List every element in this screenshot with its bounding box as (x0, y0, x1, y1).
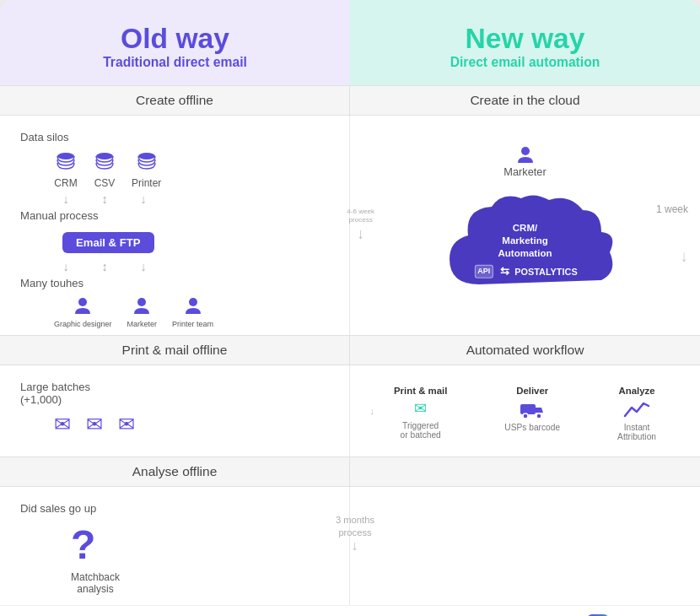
large-batches-label: Large batches (+1,000) (20, 381, 329, 406)
new-way-title: New way (367, 24, 683, 55)
printer-icon (135, 150, 159, 174)
new-way-header: New way Direct email automation (350, 0, 700, 85)
graphic-designer-icon: Graphic designer (54, 296, 112, 328)
wf2-sub: USPs barcode (504, 423, 560, 432)
cloud-container: CRM/MarketingAutomation API ⇆ POSTALYTIC… (433, 192, 618, 310)
marketer-label-old: Marketer (127, 320, 158, 328)
old-way-title: Old way (17, 24, 333, 55)
mail-teal-icon: ✉ (414, 399, 427, 418)
marketer-new-label: Marketer (503, 165, 547, 178)
marketer-person-icon (515, 145, 536, 165)
graphic-designer-label: Graphic designer (54, 320, 112, 328)
crm-icon-item: CRM (54, 150, 78, 189)
printer-label: Printer (132, 177, 161, 189)
printer-team-icon: Printer team (172, 296, 213, 328)
section1-content: Data silos CRM (0, 116, 700, 335)
section3-headers: Analyse offline (0, 457, 700, 487)
wf2-title: Deliver (516, 386, 548, 396)
old-section2-label: Print & mail offline (0, 336, 350, 365)
main-card: Old way Traditional direct email New way… (0, 0, 700, 616)
svg-point-2 (138, 153, 155, 159)
envelope-icon-2: ✉ (86, 413, 103, 436)
section2-content: Large batches (+1,000) ✉ ✉ ✉ ↓ Print & m… (0, 365, 700, 457)
header-row: Old way Traditional direct email New way… (0, 0, 700, 85)
workflow-analyze: Analyze Instant Attribution (617, 386, 656, 441)
svg-point-4 (137, 298, 146, 306)
section3-content: Did sales go up ? Matchback analysis 3 m… (0, 487, 700, 605)
svg-point-9 (536, 413, 541, 419)
svg-point-3 (78, 298, 87, 306)
process-label-text: 4-6 week process (347, 208, 374, 224)
person-icon-1 (73, 296, 93, 316)
wf1-title: Print & mail (394, 386, 447, 396)
svg-point-8 (523, 413, 528, 419)
cloud-shape: CRM/MarketingAutomation API ⇆ POSTALYTIC… (433, 192, 618, 310)
new-section3-placeholder (350, 457, 700, 486)
new-section3-empty (350, 487, 700, 605)
arrow-down-icon: ↓ (357, 225, 364, 243)
svg-point-0 (57, 153, 74, 159)
old-section3-label: Analyse offline (0, 457, 350, 486)
did-sales-label: Did sales go up (20, 502, 329, 515)
person-icon-3 (183, 296, 203, 316)
envelope-icons-row: ✉ ✉ ✉ (54, 413, 329, 436)
arrows-down-2: ↓ ↕ ↓ (54, 260, 329, 273)
section1-headers: Create offline Create in the cloud (0, 85, 700, 116)
many-touches-label: Many touhes (20, 277, 329, 289)
svg-point-6 (521, 147, 530, 155)
section2-headers: Print & mail offline Automated workflow (0, 335, 700, 365)
new-arrow-down: ↓ (680, 247, 688, 266)
chart-icon (623, 399, 650, 419)
printer-icon-item: Printer (132, 150, 161, 189)
ftp-box: Email & FTP (20, 229, 329, 257)
new-section1-label: Create in the cloud (350, 86, 700, 115)
crm-label: CRM (54, 177, 77, 189)
wf1-sub: Triggered or batched (401, 421, 441, 440)
data-icons-row: CRM CSV (54, 150, 329, 189)
new-section2-label: Automated workflow (350, 336, 700, 365)
matchback-container: ? Matchback analysis (71, 521, 329, 595)
envelope-icon-1: ✉ (54, 413, 71, 436)
old-create-content: Data silos CRM (0, 116, 350, 335)
cloud-svg (433, 192, 618, 310)
ftp-label: Email & FTP (62, 232, 154, 253)
old-section1-label: Create offline (0, 86, 350, 115)
svg-point-1 (96, 153, 113, 159)
csv-icon-item: CSV (93, 150, 116, 189)
svg-point-5 (189, 298, 197, 306)
marketer-above: Marketer (503, 145, 547, 178)
process-arrow-old: 4-6 week process ↓ (347, 208, 374, 243)
new-way-subtitle: Direct email automation (367, 55, 683, 70)
wf3-title: Analyze (619, 386, 655, 396)
svg-rect-7 (520, 404, 536, 414)
people-icons-row: Graphic designer Marketer Printer team (54, 296, 329, 328)
footer: mailmodo (0, 605, 700, 616)
csv-db-icon (93, 150, 116, 174)
question-mark-icon: ? (71, 521, 95, 568)
workflow-print-mail: Print & mail ✉ Triggered or batched (394, 386, 447, 441)
truck-icon (520, 399, 545, 419)
printer-team-label: Printer team (172, 320, 213, 328)
csv-label: CSV (94, 177, 116, 189)
data-silos-label: Data silos (20, 131, 329, 143)
workflow-deliver: Deliver USPs barcode (504, 386, 560, 441)
new-workflow-content: Print & mail ✉ Triggered or batched Deli… (350, 365, 700, 457)
wf3-sub: Instant Attribution (617, 423, 656, 441)
workflow-icons-row: Print & mail ✉ Triggered or batched Deli… (357, 374, 693, 448)
new-create-content: Marketer CRM/MarketingAutomation API ⇆ P… (350, 116, 700, 335)
old-print-content: Large batches (+1,000) ✉ ✉ ✉ ↓ (0, 365, 350, 457)
person-icon-2 (132, 296, 152, 316)
week-label: 1 week (656, 203, 688, 215)
old-analyse-content: Did sales go up ? Matchback analysis 3 m… (0, 487, 350, 605)
old-way-header: Old way Traditional direct email (0, 0, 350, 85)
manual-process-label: Manual process (20, 209, 329, 222)
marketer-icon: Marketer (127, 296, 158, 328)
arrows-down-1: ↓ ↕ ↓ (54, 192, 329, 206)
old-way-subtitle: Traditional direct email (17, 55, 333, 70)
envelope-icon-3: ✉ (118, 413, 135, 436)
matchback-label: Matchback analysis (71, 571, 120, 595)
crm-db-icon (54, 150, 78, 174)
